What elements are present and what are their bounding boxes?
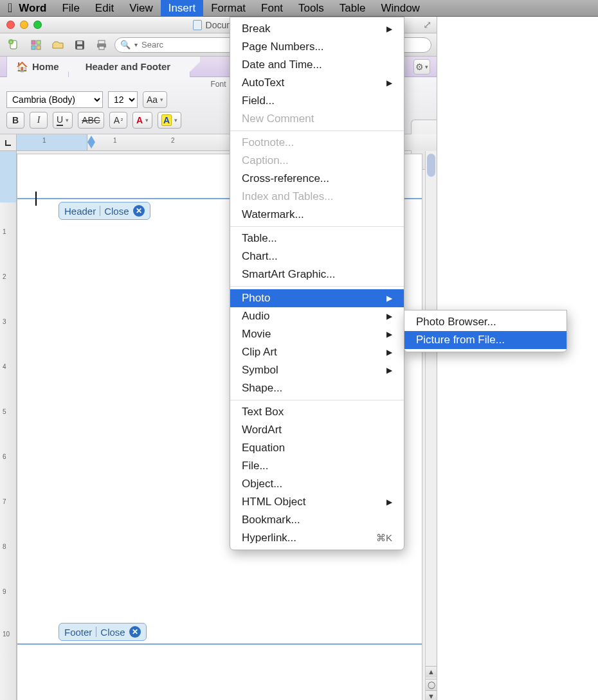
menu-item-text-box[interactable]: Text Box bbox=[230, 403, 404, 421]
menu-item-hyperlink[interactable]: Hyperlink...⌘K bbox=[230, 529, 404, 547]
menu-item-date-and-time[interactable]: Date and Time... bbox=[230, 56, 404, 74]
font-size-select[interactable]: 12 bbox=[108, 91, 138, 108]
footer-close-label[interactable]: Close bbox=[100, 627, 125, 638]
menu-item-label: Audio bbox=[242, 310, 269, 323]
svg-text:+: + bbox=[10, 40, 12, 44]
menu-item-object[interactable]: Object... bbox=[230, 475, 404, 493]
open-button[interactable] bbox=[49, 37, 67, 53]
ruler-tick: 10 bbox=[3, 631, 10, 638]
menu-item-field[interactable]: Field... bbox=[230, 92, 404, 110]
ruler-tick: 1 bbox=[113, 137, 117, 148]
close-icon[interactable]: ✕ bbox=[129, 626, 141, 638]
submenu-arrow-icon: ▶ bbox=[386, 498, 392, 507]
menu-file[interactable]: File bbox=[54, 0, 87, 17]
footer-tag-label: Footer bbox=[64, 627, 92, 638]
italic-button[interactable]: I bbox=[30, 112, 48, 129]
menu-item-watermark[interactable]: Watermark... bbox=[230, 206, 404, 224]
menu-item-label: Field... bbox=[242, 94, 275, 107]
font-size-stepper[interactable]: Aa▾ bbox=[143, 91, 167, 108]
menu-item-label: Equation bbox=[242, 442, 285, 454]
menu-window[interactable]: Window bbox=[373, 0, 427, 17]
browse-object-button[interactable]: ◯ bbox=[426, 679, 437, 690]
new-button[interactable]: + bbox=[5, 37, 23, 53]
svg-rect-4 bbox=[37, 40, 41, 44]
strikethrough-button[interactable]: ABC bbox=[78, 112, 104, 129]
search-dropdown-icon[interactable]: ▾ bbox=[134, 41, 138, 48]
menu-shortcut: ⌘K bbox=[376, 532, 392, 544]
header-close-label[interactable]: Close bbox=[104, 206, 129, 217]
submenu-item-photo-browser[interactable]: Photo Browser... bbox=[404, 313, 566, 331]
ruler-tick: 9 bbox=[3, 588, 6, 595]
apple-menu-icon[interactable]:  bbox=[8, 1, 12, 15]
svg-rect-10 bbox=[98, 40, 105, 44]
app-name[interactable]: Word bbox=[19, 2, 46, 15]
ruler-margin-top bbox=[0, 151, 16, 202]
menu-item-label: Caption... bbox=[242, 154, 289, 167]
indent-marker[interactable] bbox=[87, 136, 95, 142]
ribbon-options-button[interactable]: ⚙▾ bbox=[413, 59, 430, 75]
menu-view[interactable]: View bbox=[122, 0, 161, 17]
menu-font[interactable]: Font bbox=[253, 0, 291, 17]
menu-item-html-object[interactable]: HTML Object▶ bbox=[230, 493, 404, 511]
submenu-arrow-icon: ▶ bbox=[386, 294, 392, 303]
svg-rect-6 bbox=[37, 46, 41, 49]
menu-item-audio[interactable]: Audio▶ bbox=[230, 307, 404, 325]
menu-item-new-comment: New Comment bbox=[230, 110, 404, 128]
menu-item-label: Photo Browser... bbox=[416, 316, 496, 328]
menu-item-symbol[interactable]: Symbol▶ bbox=[230, 361, 404, 379]
menu-insert[interactable]: Insert bbox=[161, 0, 204, 17]
tab-header-footer[interactable]: Header and Footer bbox=[69, 57, 191, 77]
menu-format[interactable]: Format bbox=[203, 0, 253, 17]
menu-tools[interactable]: Tools bbox=[291, 0, 332, 17]
menu-item-shape[interactable]: Shape... bbox=[230, 379, 404, 397]
home-icon: 🏠 bbox=[16, 61, 28, 73]
ruler-tick: 3 bbox=[3, 318, 6, 325]
next-page-button[interactable]: ▼ bbox=[426, 690, 437, 700]
menu-item-label: New Comment bbox=[242, 112, 314, 125]
menu-item-movie[interactable]: Movie▶ bbox=[230, 325, 404, 343]
fullscreen-icon[interactable]: ⤢ bbox=[423, 19, 431, 31]
menu-item-label: AutoText bbox=[242, 76, 284, 89]
menu-item-file[interactable]: File... bbox=[230, 457, 404, 475]
tab-stop-selector[interactable] bbox=[0, 134, 17, 151]
search-input[interactable] bbox=[141, 40, 193, 49]
bold-button[interactable]: B bbox=[6, 112, 24, 129]
menu-item-equation[interactable]: Equation bbox=[230, 439, 404, 457]
menu-edit[interactable]: Edit bbox=[87, 0, 122, 17]
highlight-button[interactable]: A▾ bbox=[158, 112, 181, 129]
submenu-arrow-icon: ▶ bbox=[386, 78, 392, 87]
submenu-item-picture-from-file[interactable]: Picture from File... bbox=[404, 331, 566, 349]
underline-button[interactable]: U▾ bbox=[53, 112, 73, 129]
submenu-arrow-icon: ▶ bbox=[386, 312, 392, 321]
ruler-tick: 1 bbox=[42, 137, 46, 148]
menu-item-break[interactable]: Break▶ bbox=[230, 20, 404, 38]
menu-item-label: Photo bbox=[242, 292, 270, 305]
gear-icon: ⚙ bbox=[415, 62, 424, 72]
menu-table[interactable]: Table bbox=[332, 0, 374, 17]
menu-item-photo[interactable]: Photo▶ bbox=[230, 289, 404, 307]
vertical-ruler[interactable]: 1 2 3 4 5 6 7 8 9 10 bbox=[0, 151, 17, 700]
menu-item-cross-reference[interactable]: Cross-reference... bbox=[230, 170, 404, 188]
subscript-button[interactable]: A² bbox=[109, 112, 127, 129]
menu-item-smartart-graphic[interactable]: SmartArt Graphic... bbox=[230, 265, 404, 283]
close-icon[interactable]: ✕ bbox=[133, 205, 145, 217]
menu-item-clip-art[interactable]: Clip Art▶ bbox=[230, 343, 404, 361]
scroll-thumb[interactable] bbox=[427, 154, 435, 177]
menu-item-label: Shape... bbox=[242, 382, 282, 395]
menu-item-table[interactable]: Table... bbox=[230, 229, 404, 247]
menu-item-autotext[interactable]: AutoText▶ bbox=[230, 74, 404, 92]
font-color-button[interactable]: A▾ bbox=[132, 112, 152, 129]
prev-page-button[interactable]: ▲ bbox=[426, 666, 437, 678]
save-button[interactable] bbox=[71, 37, 89, 53]
menu-item-page-numbers[interactable]: Page Numbers... bbox=[230, 38, 404, 56]
tab-home[interactable]: 🏠 Home bbox=[6, 57, 69, 77]
menu-item-bookmark[interactable]: Bookmark... bbox=[230, 511, 404, 529]
font-name-select[interactable]: Cambria (Body) bbox=[6, 91, 103, 108]
menu-item-wordart[interactable]: WordArt bbox=[230, 421, 404, 439]
templates-button[interactable] bbox=[27, 37, 45, 53]
svg-rect-3 bbox=[32, 40, 35, 44]
menu-item-chart[interactable]: Chart... bbox=[230, 247, 404, 265]
vertical-scrollbar[interactable]: ▲ ◯ ▼ bbox=[425, 151, 437, 700]
subscript-label: A bbox=[114, 115, 120, 125]
print-button[interactable] bbox=[93, 37, 111, 53]
